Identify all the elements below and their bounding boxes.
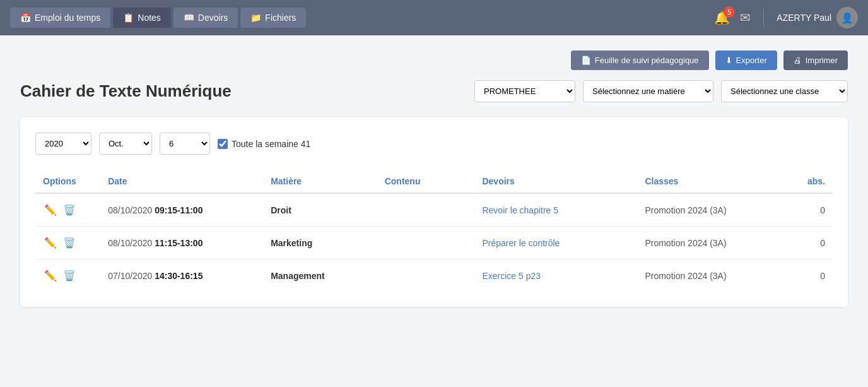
edit-button-1[interactable]: ✏️ <box>43 235 58 250</box>
imprimer-button[interactable]: 🖨 Imprimer <box>783 51 848 70</box>
row-contenu-1 <box>377 227 475 259</box>
notes-icon: 📋 <box>123 13 134 23</box>
username-label: AZERTY Paul <box>777 13 831 23</box>
row-matiere-2: Management <box>263 259 377 292</box>
row-abs-0: 0 <box>784 193 833 227</box>
header-contenu: Contenu <box>377 170 475 193</box>
nav-right: 🔔 5 ✉ AZERTY Paul 👤 <box>714 7 858 28</box>
imprimer-label: Imprimer <box>806 56 838 65</box>
edit-button-0[interactable]: ✏️ <box>43 203 58 217</box>
delete-button-2[interactable]: 🗑️ <box>62 268 77 283</box>
export-icon: ⬇ <box>725 56 732 65</box>
year-select[interactable]: 2020 <box>35 133 91 155</box>
page-header: Cahier de Texte Numérique PROMETHEE Séle… <box>20 80 848 102</box>
row-abs-1: 0 <box>784 227 833 259</box>
etablissement-select[interactable]: PROMETHEE <box>474 80 575 102</box>
row-options-0: ✏️ 🗑️ <box>35 193 100 227</box>
top-navigation: 📅 Emploi du temps 📋 Notes 📖 Devoirs 📁 Fi… <box>0 0 868 35</box>
mail-icon[interactable]: ✉ <box>740 10 751 25</box>
semaine-label: Toute la semaine 41 <box>232 139 310 149</box>
nav-separator <box>763 8 764 27</box>
table-row: ✏️ 🗑️ 07/10/2020 14:30-16:15 Management … <box>35 259 833 292</box>
devoirs-icon: 📖 <box>184 13 194 23</box>
notification-badge: 5 <box>724 6 735 18</box>
nav-buttons: 📅 Emploi du temps 📋 Notes 📖 Devoirs 📁 Fi… <box>10 8 714 28</box>
filter-selects: PROMETHEE Sélectionnez une matière Sélec… <box>474 80 848 102</box>
row-matiere-0: Droit <box>263 193 377 227</box>
semaine-checkbox-wrap[interactable]: Toute la semaine 41 <box>218 139 310 149</box>
row-classes-2: Promotion 2024 (3A) <box>637 259 783 292</box>
row-devoirs-2: Exercice 5 p23 <box>474 259 637 292</box>
table-header: Options Date Matière Contenu Devoirs Cla… <box>35 170 833 193</box>
row-date-0: 08/10/2020 09:15-11:00 <box>100 193 263 227</box>
semaine-checkbox[interactable] <box>218 139 228 149</box>
date-filter-row: 2020 Oct. 6 Toute la semaine 41 <box>35 133 833 155</box>
nav-notes-label: Notes <box>138 13 161 23</box>
nav-fichiers[interactable]: 📁 Fichiers <box>240 8 306 28</box>
delete-button-1[interactable]: 🗑️ <box>62 235 77 250</box>
main-content: 📄 Feuille de suivi pédagogique ⬇ Exporte… <box>0 35 868 322</box>
main-card: 2020 Oct. 6 Toute la semaine 41 Options … <box>20 117 848 307</box>
row-devoirs-0: Revoir le chapitre 5 <box>474 193 637 227</box>
nav-devoirs-label: Devoirs <box>198 13 228 23</box>
header-matiere: Matière <box>263 170 377 193</box>
header-abs: abs. <box>784 170 833 193</box>
row-contenu-2 <box>377 259 475 292</box>
header-date: Date <box>100 170 263 193</box>
page-title: Cahier de Texte Numérique <box>20 81 459 101</box>
calendar-icon: 📅 <box>20 13 31 23</box>
entries-table: Options Date Matière Contenu Devoirs Cla… <box>35 170 833 292</box>
table-header-row: Options Date Matière Contenu Devoirs Cla… <box>35 170 833 193</box>
nav-devoirs[interactable]: 📖 Devoirs <box>173 8 238 28</box>
edit-button-2[interactable]: ✏️ <box>43 268 58 283</box>
nav-emploi-du-temps[interactable]: 📅 Emploi du temps <box>10 8 110 28</box>
matiere-select[interactable]: Sélectionnez une matière <box>583 80 713 102</box>
header-devoirs: Devoirs <box>474 170 637 193</box>
exporter-button[interactable]: ⬇ Exporter <box>715 51 777 70</box>
table-body: ✏️ 🗑️ 08/10/2020 09:15-11:00 Droit Revoi… <box>35 193 833 292</box>
nav-fichiers-label: Fichiers <box>265 13 296 23</box>
classe-select[interactable]: Sélectionnez une classe <box>721 80 848 102</box>
table-row: ✏️ 🗑️ 08/10/2020 09:15-11:00 Droit Revoi… <box>35 193 833 227</box>
notification-button[interactable]: 🔔 5 <box>714 10 730 25</box>
weekday-select[interactable]: 6 <box>160 133 210 155</box>
row-classes-0: Promotion 2024 (3A) <box>637 193 783 227</box>
avatar: 👤 <box>836 7 858 28</box>
feuille-suivi-label: Feuille de suivi pédagogique <box>595 56 699 65</box>
table-row: ✏️ 🗑️ 08/10/2020 11:15-13:00 Marketing P… <box>35 227 833 259</box>
print-icon: 🖨 <box>794 56 802 65</box>
row-options-1: ✏️ 🗑️ <box>35 227 100 259</box>
row-contenu-0 <box>377 193 475 227</box>
row-date-2: 07/10/2020 14:30-16:15 <box>100 259 263 292</box>
row-date-1: 08/10/2020 11:15-13:00 <box>100 227 263 259</box>
row-matiere-1: Marketing <box>263 227 377 259</box>
user-profile[interactable]: AZERTY Paul 👤 <box>777 7 858 28</box>
nav-emploi-label: Emploi du temps <box>35 13 100 23</box>
document-icon: 📄 <box>581 56 591 65</box>
nav-notes[interactable]: 📋 Notes <box>113 8 171 28</box>
feuille-suivi-button[interactable]: 📄 Feuille de suivi pédagogique <box>571 51 709 70</box>
header-classes: Classes <box>637 170 783 193</box>
row-options-2: ✏️ 🗑️ <box>35 259 100 292</box>
row-abs-2: 0 <box>784 259 833 292</box>
month-select[interactable]: Oct. <box>99 133 152 155</box>
row-classes-1: Promotion 2024 (3A) <box>637 227 783 259</box>
action-toolbar: 📄 Feuille de suivi pédagogique ⬇ Exporte… <box>20 51 848 70</box>
header-options: Options <box>35 170 100 193</box>
delete-button-0[interactable]: 🗑️ <box>62 203 77 217</box>
row-devoirs-1: Préparer le contrôle <box>474 227 637 259</box>
exporter-label: Exporter <box>736 56 767 65</box>
fichiers-icon: 📁 <box>250 13 261 23</box>
